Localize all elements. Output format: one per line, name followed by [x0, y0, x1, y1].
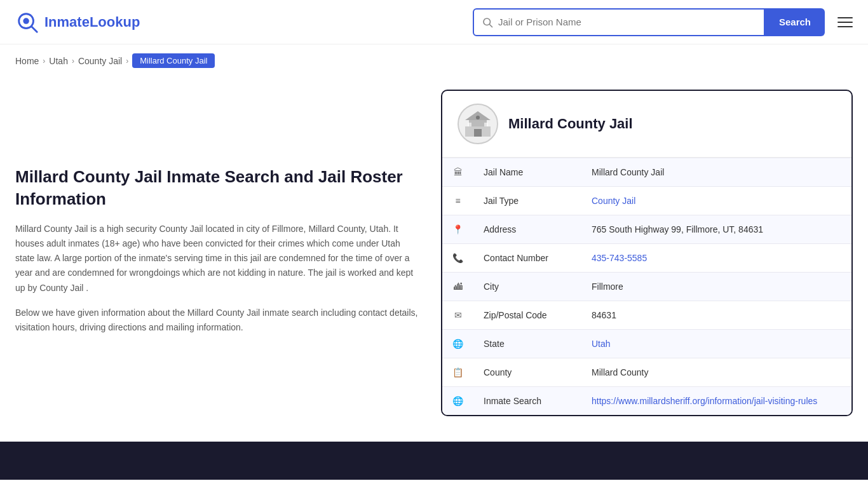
logo-icon: [15, 10, 39, 34]
hamburger-menu[interactable]: [837, 17, 853, 27]
row-icon: ✉: [442, 301, 473, 330]
row-value: Millard County Jail: [581, 158, 851, 187]
card-header: Millard County Jail: [442, 91, 851, 158]
breadcrumb: Home › Utah › County Jail › Millard Coun…: [0, 44, 868, 77]
breadcrumb-chevron-3: ›: [126, 57, 128, 65]
search-wrapper: [473, 8, 765, 36]
row-value[interactable]: Utah: [581, 330, 851, 358]
row-icon: 🌐: [442, 330, 473, 358]
svg-point-2: [23, 18, 29, 24]
row-label: State: [473, 330, 581, 358]
svg-line-1: [32, 26, 37, 32]
svg-rect-9: [468, 123, 471, 126]
svg-point-3: [484, 18, 491, 25]
left-panel: Millard County Jail Inmate Search and Ja…: [15, 90, 422, 416]
row-icon: 📞: [442, 244, 473, 273]
table-row: 📞Contact Number435-743-5585: [442, 244, 851, 273]
row-icon: ≡: [442, 187, 473, 215]
row-value: Fillmore: [581, 273, 851, 301]
table-row: ✉Zip/Postal Code84631: [442, 301, 851, 330]
svg-rect-10: [484, 123, 488, 126]
card-title: Millard County Jail: [508, 116, 633, 132]
hamburger-line-3: [837, 26, 853, 27]
row-icon: 📋: [442, 358, 473, 387]
table-row: 🏙CityFillmore: [442, 273, 851, 301]
breadcrumb-county-jail[interactable]: County Jail: [78, 56, 122, 66]
right-panel: Millard County Jail 🏛Jail NameMillard Co…: [441, 90, 853, 416]
row-label: City: [473, 273, 581, 301]
info-table: 🏛Jail NameMillard County Jail≡Jail TypeC…: [442, 158, 851, 415]
search-input[interactable]: [498, 17, 756, 27]
table-row: 🌐StateUtah: [442, 330, 851, 358]
info-card: Millard County Jail 🏛Jail NameMillard Co…: [441, 90, 853, 416]
row-value: Millard County: [581, 358, 851, 387]
search-area: Search: [473, 8, 853, 36]
row-value-link[interactable]: Utah: [592, 339, 611, 349]
table-row: 🌐Inmate Searchhttps://www.millardsheriff…: [442, 387, 851, 416]
svg-rect-6: [469, 120, 487, 126]
row-label: Inmate Search: [473, 387, 581, 416]
building-icon: [463, 109, 493, 139]
svg-rect-8: [474, 129, 482, 137]
row-value[interactable]: 435-743-5585: [581, 244, 851, 273]
svg-point-11: [476, 116, 480, 119]
breadcrumb-home[interactable]: Home: [15, 56, 39, 66]
jail-avatar: [458, 104, 498, 144]
table-row: 📋CountyMillard County: [442, 358, 851, 387]
hamburger-line-1: [837, 17, 853, 18]
row-value[interactable]: County Jail: [581, 187, 851, 215]
breadcrumb-chevron-1: ›: [43, 57, 45, 65]
row-value-link[interactable]: 435-743-5585: [592, 253, 647, 263]
table-row: ≡Jail TypeCounty Jail: [442, 187, 851, 215]
row-label: Address: [473, 215, 581, 244]
row-value-link[interactable]: https://www.millardsheriff.org/informati…: [592, 396, 817, 406]
row-label: County: [473, 358, 581, 387]
row-label: Zip/Postal Code: [473, 301, 581, 330]
breadcrumb-active: Millard County Jail: [132, 53, 215, 68]
row-label: Contact Number: [473, 244, 581, 273]
row-icon: 🏛: [442, 158, 473, 187]
svg-line-4: [490, 24, 492, 27]
row-value: 765 South Highway 99, Fillmore, UT, 8463…: [581, 215, 851, 244]
description-para-1: Millard County Jail is a high security C…: [15, 222, 422, 295]
row-value: 84631: [581, 301, 851, 330]
site-header: InmateLookup Search: [0, 0, 868, 44]
row-icon: 🌐: [442, 387, 473, 416]
footer-bar: [0, 442, 868, 480]
logo-link[interactable]: InmateLookup: [15, 10, 140, 34]
search-icon: [482, 17, 493, 28]
row-value[interactable]: https://www.millardsheriff.org/informati…: [581, 387, 851, 416]
table-row: 📍Address765 South Highway 99, Fillmore, …: [442, 215, 851, 244]
table-row: 🏛Jail NameMillard County Jail: [442, 158, 851, 187]
row-value-link[interactable]: County Jail: [592, 196, 635, 206]
logo-text: InmateLookup: [44, 14, 140, 30]
breadcrumb-chevron-2: ›: [72, 57, 74, 65]
row-icon: 🏙: [442, 273, 473, 301]
row-label: Jail Type: [473, 187, 581, 215]
main-content: Millard County Jail Inmate Search and Ja…: [0, 77, 868, 442]
description-para-2: Below we have given information about th…: [15, 306, 422, 335]
page-heading: Millard County Jail Inmate Search and Ja…: [15, 166, 422, 210]
breadcrumb-utah[interactable]: Utah: [49, 56, 68, 66]
hamburger-line-2: [837, 22, 853, 23]
search-button[interactable]: Search: [765, 8, 825, 36]
row-label: Jail Name: [473, 158, 581, 187]
row-icon: 📍: [442, 215, 473, 244]
